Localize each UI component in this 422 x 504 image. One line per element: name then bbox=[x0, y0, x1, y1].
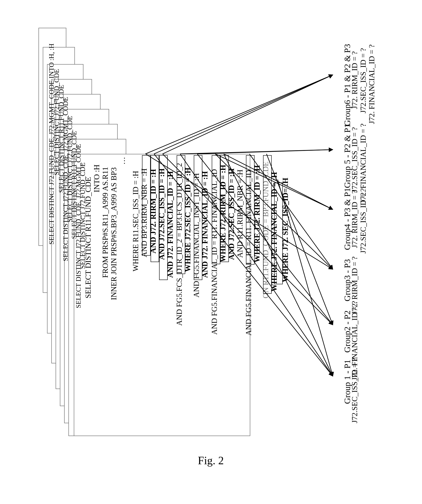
front-ellipsis: … bbox=[118, 157, 127, 165]
svg-line-4 bbox=[197, 150, 333, 154]
box-p-sec4 bbox=[274, 183, 283, 284]
box-p-fin2 bbox=[194, 155, 202, 280]
box-p-sec bbox=[151, 155, 159, 262]
box-p-rirm3 bbox=[246, 155, 255, 265]
front-select1: SELECT DISTINCT R11.FUND_CDE bbox=[84, 177, 92, 298]
front-join: INNER JOIN PRSP#S.BP3_A999 AS BP3 bbox=[110, 167, 118, 300]
svg-line-2 bbox=[163, 75, 333, 154]
box-p-sec3 bbox=[220, 155, 229, 262]
box-p-rirm2 bbox=[212, 155, 220, 264]
group4-pred-1: J72. RIRM_ID = ? bbox=[351, 190, 359, 248]
box-p-sec2 bbox=[177, 155, 185, 274]
group5-pred-1: J72.SEC_ISS_ID = ? bbox=[351, 127, 359, 192]
front-select2: INTO :H bbox=[93, 165, 101, 192]
front-where1: WHERE R11.SEC_ISS_ID = :H bbox=[132, 171, 140, 271]
box-p-rirm bbox=[142, 155, 151, 256]
figure-label-text: Fig. 2 bbox=[198, 454, 224, 467]
svg-line-3 bbox=[180, 150, 333, 154]
group4-pred-2: J72.SEC_ISS_ID = ? bbox=[359, 188, 367, 253]
figure-label: Fig. 2 bbox=[198, 454, 224, 467]
box-p-fin3 bbox=[263, 155, 272, 294]
group6-pred-3: J72. FINANCIAL_ID = ? bbox=[368, 44, 376, 124]
front-from: FROM PRSP#S.R11_A999 AS.R11 bbox=[101, 167, 110, 278]
figure-page: Fig. 2 SELECT DISTINCT J72.FUND_CDE, J72… bbox=[0, 0, 422, 504]
box-p-fin bbox=[159, 155, 168, 280]
group1-pred-1: J72.SEC_ISS_ID = ? bbox=[351, 358, 359, 423]
group6-pred-2: J72.SEC_ISS_ID = ? bbox=[359, 48, 367, 113]
front-tail4: AND R11.RIRM_NBR = :H bbox=[236, 169, 244, 258]
group6-pred-1: J72. RIRM_ID = ? bbox=[351, 51, 359, 109]
svg-line-1 bbox=[154, 75, 333, 154]
svg-line-0 bbox=[146, 75, 333, 154]
